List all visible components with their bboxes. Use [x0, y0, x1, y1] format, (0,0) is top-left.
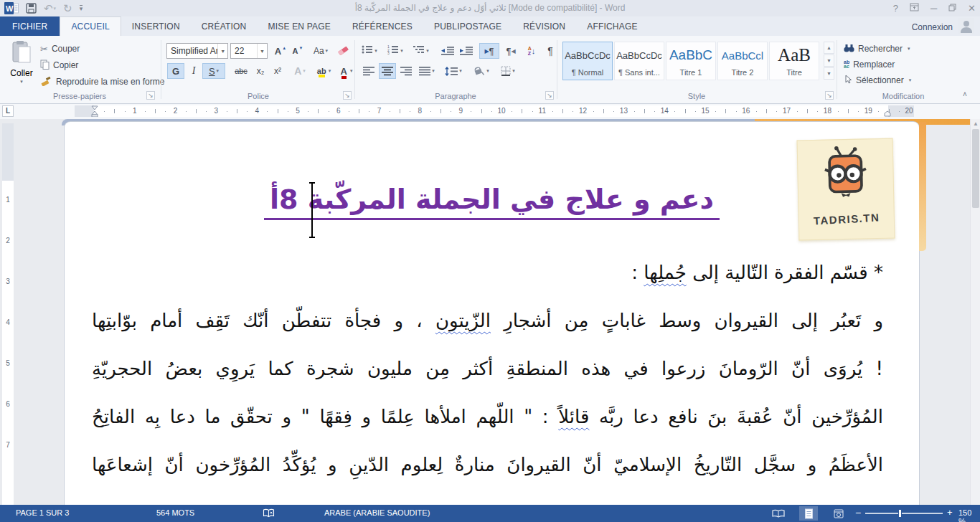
style-titre[interactable]: AaBTitre	[769, 42, 819, 80]
font-dialog-launcher[interactable]: ↘	[343, 91, 352, 100]
style-titre-1[interactable]: AaBbCTitre 1	[666, 42, 716, 80]
style-gallery-up-button[interactable]: ▲	[824, 42, 834, 54]
tab-insertion[interactable]: INSERTION	[121, 16, 191, 36]
avatar[interactable]	[958, 18, 974, 37]
numbering-dropdown-icon[interactable]: ▾	[400, 48, 403, 54]
page-indicator[interactable]: PAGE 1 SUR 3	[16, 508, 69, 517]
word-count[interactable]: 564 MOTS	[156, 508, 194, 517]
document-line[interactable]: امتدّ عبر العصور	[92, 490, 883, 505]
clipboard-dialog-launcher[interactable]: ↘	[146, 91, 155, 100]
change-case-dropdown-icon[interactable]: ▾	[326, 48, 329, 54]
text-effects-button[interactable]: A▾	[291, 63, 308, 79]
strikethrough-button[interactable]: abc	[231, 63, 251, 79]
font-size-dropdown-icon[interactable]: ▼	[257, 44, 267, 58]
zoom-level[interactable]: 150 %	[958, 508, 980, 522]
paragraph-dialog-launcher[interactable]: ↘	[545, 91, 554, 100]
superscript-button[interactable]: x²	[270, 63, 286, 79]
shading-dropdown-icon[interactable]: ▾	[486, 68, 489, 74]
proofing-status-icon[interactable]	[263, 508, 275, 519]
bullets-button[interactable]: ▾	[360, 43, 379, 59]
web-layout-button[interactable]	[829, 506, 848, 521]
italic-button[interactable]: I	[187, 63, 201, 79]
borders-dropdown-icon[interactable]: ▾	[512, 68, 515, 74]
right-indent-marker[interactable]	[884, 110, 891, 117]
multilevel-list-button[interactable]: ▾	[412, 43, 430, 59]
justify-dropdown-icon[interactable]: ▾	[432, 68, 435, 74]
zoom-out-button[interactable]: −	[855, 507, 861, 518]
font-size-combo[interactable]: 22 ▼	[230, 43, 268, 59]
paste-button[interactable]: Coller ▾	[6, 40, 37, 85]
help-button[interactable]: ?	[893, 1, 898, 15]
close-button[interactable]: ✕	[968, 1, 976, 15]
decrease-indent-button[interactable]	[439, 43, 456, 59]
tab-selector[interactable]: L	[2, 105, 14, 117]
document-line[interactable]: * قسّم الفقرة التّالية إلى جُملِها :	[92, 250, 883, 298]
text-effects-dropdown-icon[interactable]: ▾	[303, 68, 306, 74]
tab-mise-en-page[interactable]: MISE EN PAGE	[257, 16, 341, 36]
align-right-button[interactable]	[397, 63, 415, 79]
paste-dropdown-icon[interactable]: ▾	[20, 79, 23, 85]
multilevel-dropdown-icon[interactable]: ▾	[426, 48, 429, 54]
account-area[interactable]: Connexion	[912, 18, 974, 37]
style--normal[interactable]: AaBbCcDc¶ Normal	[562, 42, 613, 80]
document-heading[interactable]: دعم و علاج في الجملة المركّبة 8أ	[264, 184, 720, 220]
style-dialog-launcher[interactable]: ↘	[825, 91, 834, 100]
line-spacing-dropdown-icon[interactable]: ▾	[459, 68, 462, 74]
tab-r-f-rences[interactable]: RÉFÉRENCES	[341, 16, 423, 36]
bold-button[interactable]: G	[167, 63, 184, 79]
subscript-button[interactable]: x₂	[253, 63, 268, 79]
document-line[interactable]: ! يُروَى أنّ الرّومانَ زرعوا في هذه المن…	[92, 346, 883, 394]
grow-font-button[interactable]: A▲	[273, 43, 288, 59]
tab-accueil[interactable]: ACCUEIL	[60, 16, 121, 36]
style-gallery-more-button[interactable]: ▼	[824, 67, 834, 80]
zoom-slider-thumb[interactable]	[898, 509, 902, 518]
cut-button[interactable]: ✂ Couper	[40, 42, 80, 56]
minimize-button[interactable]: ─	[930, 1, 937, 15]
read-mode-button[interactable]	[769, 506, 788, 521]
find-button[interactable]: Rechercher▾	[844, 42, 910, 56]
highlight-color-button[interactable]: ab▾	[313, 63, 334, 79]
scroll-up-icon[interactable]: ▲	[971, 120, 980, 127]
change-case-button[interactable]: Aa▾	[310, 43, 331, 59]
horizontal-ruler[interactable]: 1234567891011121314151617181920	[75, 105, 914, 117]
bullets-dropdown-icon[interactable]: ▾	[374, 48, 377, 54]
font-name-dropdown-icon[interactable]: ▼	[217, 44, 227, 58]
document-line[interactable]: المُؤرِّخين أنّ عُقبةَ بنَ نافع دعا ربَّ…	[92, 394, 883, 442]
show-hide-marks-button[interactable]: ¶	[542, 43, 558, 59]
underline-button[interactable]: S▾	[202, 63, 225, 79]
document-line[interactable]: الأعظَمُ و سجَّل التّاريخُ الإسلاميّ أنّ…	[92, 442, 883, 490]
tab-fichier[interactable]: FICHIER	[0, 16, 60, 36]
line-spacing-button[interactable]: ▾	[442, 63, 465, 79]
vertical-scrollbar[interactable]: ▲	[970, 119, 980, 505]
print-layout-button[interactable]	[799, 506, 818, 521]
numbering-button[interactable]: 123▾	[386, 43, 405, 59]
tab-affichage[interactable]: AFFICHAGE	[576, 16, 648, 36]
tab-publipostage[interactable]: PUBLIPOSTAGE	[423, 16, 512, 36]
highlight-dropdown-icon[interactable]: ▾	[329, 68, 331, 74]
tab-cr-ation[interactable]: CRÉATION	[191, 16, 258, 36]
font-color-dropdown-icon[interactable]: ▾	[350, 68, 353, 74]
restore-button[interactable]	[948, 1, 956, 15]
shrink-font-button[interactable]: A▼	[290, 43, 306, 59]
ribbon-display-button[interactable]	[910, 1, 919, 15]
zoom-in-button[interactable]: +	[947, 507, 953, 518]
font-color-button[interactable]: A▾	[336, 63, 356, 79]
document-line[interactable]: و تَعبُر إلى القيروان وسط غاباتٍ مِن أشج…	[92, 298, 883, 346]
justify-button[interactable]: ▾	[416, 63, 438, 79]
font-name-combo[interactable]: Simplified Ar ▼	[166, 43, 228, 59]
style--sans-int-[interactable]: AaBbCcDc¶ Sans int...	[614, 42, 664, 80]
replace-button[interactable]: abac Remplacer	[844, 57, 895, 72]
copy-button[interactable]: Copier	[40, 58, 78, 72]
scrollbar-thumb[interactable]	[972, 129, 979, 208]
increase-indent-button[interactable]	[458, 43, 475, 59]
underline-dropdown-icon[interactable]: ▾	[217, 68, 220, 74]
find-dropdown-icon[interactable]: ▾	[908, 46, 910, 52]
align-center-button[interactable]	[379, 63, 396, 79]
tab-r-vision[interactable]: RÉVISION	[512, 16, 576, 36]
zoom-slider[interactable]	[865, 513, 943, 514]
select-dropdown-icon[interactable]: ▾	[909, 77, 912, 83]
align-left-button[interactable]	[360, 63, 377, 79]
collapse-ribbon-button[interactable]: ˄	[963, 90, 967, 98]
language-indicator[interactable]: ARABE (ARABIE SAOUDITE)	[324, 508, 430, 517]
sort-button[interactable]: AZ↓	[522, 43, 541, 59]
